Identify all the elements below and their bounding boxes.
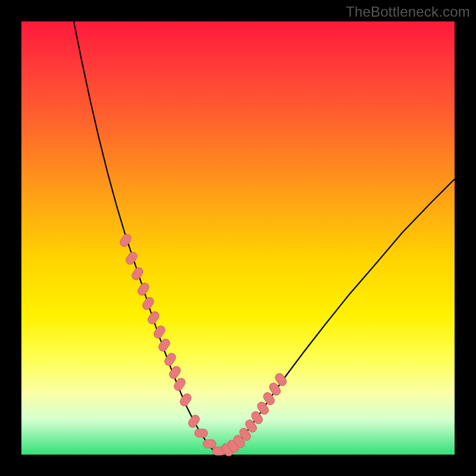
chart-svg <box>21 21 455 455</box>
marker-bead <box>195 429 208 437</box>
chart-frame: TheBottleneck.com <box>0 0 476 476</box>
marker-bead <box>146 310 161 325</box>
plot-area <box>21 21 455 455</box>
highlight-markers <box>118 233 288 458</box>
marker-bead <box>141 296 155 311</box>
marker-bead <box>136 281 151 297</box>
marker-bead <box>118 233 133 248</box>
marker-bead <box>157 337 171 353</box>
marker-bead <box>152 324 167 340</box>
marker-bead <box>130 266 145 281</box>
marker-bead <box>203 440 216 448</box>
marker-bead <box>187 414 201 429</box>
marker-bead <box>178 392 193 408</box>
watermark-text: TheBottleneck.com <box>346 4 470 20</box>
marker-bead <box>124 250 139 266</box>
